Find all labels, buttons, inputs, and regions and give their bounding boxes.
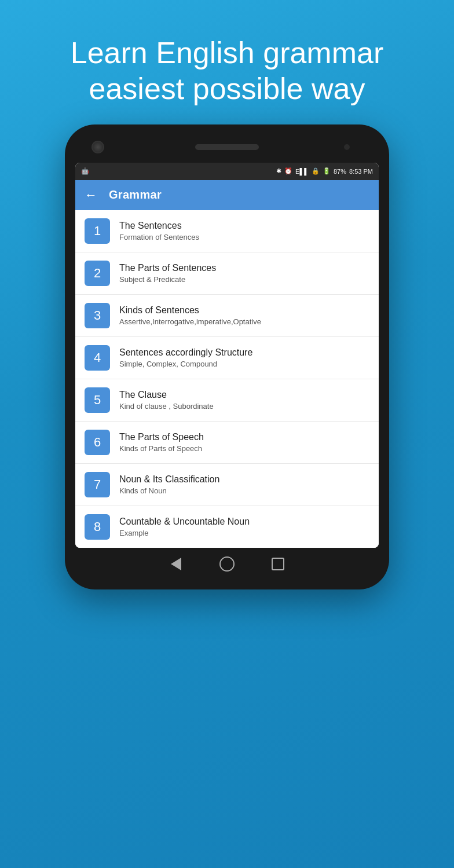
list-item[interactable]: 3 Kinds of Sentences Assertive,Interroga…: [75, 295, 379, 337]
item-title-4: Sentences accordingly Structure: [119, 347, 252, 358]
front-camera: [91, 141, 104, 153]
item-title-1: The Sentences: [119, 221, 199, 231]
app-toolbar: ← Grammar: [75, 180, 379, 210]
item-text-4: Sentences accordingly Structure Simple, …: [119, 347, 252, 368]
phone-screen: 🤖 ✱ ⏰ E▌▌ 🔒 🔋 87% 8:53 PM ← Grammar 1 Th…: [75, 163, 379, 548]
number-badge-4: 4: [85, 345, 110, 371]
android-status-icon: 🤖: [81, 167, 89, 175]
number-badge-1: 1: [85, 218, 110, 244]
list-item[interactable]: 8 Countable & Uncountable Noun Example: [75, 506, 379, 548]
list-item[interactable]: 2 The Parts of Sentences Subject & Predi…: [75, 252, 379, 295]
item-title-5: The Clause: [119, 390, 214, 400]
item-subtitle-5: Kind of clause , Subordinate: [119, 402, 214, 411]
grammar-list: 1 The Sentences Formation of Sentences 2…: [75, 210, 379, 548]
item-text-5: The Clause Kind of clause , Subordinate: [119, 390, 214, 411]
status-bar: 🤖 ✱ ⏰ E▌▌ 🔒 🔋 87% 8:53 PM: [75, 163, 379, 180]
item-text-7: Noun & Its Classification Kinds of Noun: [119, 474, 219, 495]
item-title-3: Kinds of Sentences: [119, 305, 261, 316]
alarm-icon: ⏰: [284, 167, 292, 175]
recents-square-icon: [272, 558, 284, 570]
item-text-1: The Sentences Formation of Sentences: [119, 221, 199, 241]
item-title-7: Noun & Its Classification: [119, 474, 219, 485]
item-subtitle-6: Kinds of Parts of Speech: [119, 444, 204, 453]
battery-percent: 87%: [334, 168, 346, 175]
hero-section: Learn English grammar easiest possible w…: [47, 0, 407, 124]
item-subtitle-1: Formation of Sentences: [119, 233, 199, 241]
item-subtitle-4: Simple, Complex, Compound: [119, 360, 252, 368]
status-left: 🤖: [81, 167, 89, 175]
back-button[interactable]: ←: [85, 188, 97, 203]
item-subtitle-7: Kinds of Noun: [119, 486, 219, 495]
hero-line1: Learn English grammar: [71, 36, 383, 69]
item-title-6: The Parts of Speech: [119, 432, 204, 442]
number-badge-5: 5: [85, 387, 110, 413]
earpiece-speaker: [195, 144, 259, 150]
number-badge-7: 7: [85, 472, 110, 497]
time-display: 8:53 PM: [349, 168, 373, 175]
number-badge-2: 2: [85, 261, 110, 286]
item-subtitle-2: Subject & Predicate: [119, 275, 216, 284]
app-title: Grammar: [109, 188, 162, 202]
item-text-8: Countable & Uncountable Noun Example: [119, 517, 250, 537]
back-triangle-icon: [171, 558, 181, 570]
list-item[interactable]: 5 The Clause Kind of clause , Subordinat…: [75, 379, 379, 422]
item-text-2: The Parts of Sentences Subject & Predica…: [119, 263, 216, 284]
nav-back-button[interactable]: [168, 556, 184, 572]
hero-line2: easiest possible way: [89, 72, 365, 105]
list-item[interactable]: 6 The Parts of Speech Kinds of Parts of …: [75, 422, 379, 464]
status-right: ✱ ⏰ E▌▌ 🔒 🔋 87% 8:53 PM: [276, 167, 373, 175]
lock-icon: 🔒: [312, 167, 320, 175]
list-item[interactable]: 1 The Sentences Formation of Sentences: [75, 210, 379, 252]
phone-device: 🤖 ✱ ⏰ E▌▌ 🔒 🔋 87% 8:53 PM ← Grammar 1 Th…: [65, 124, 389, 589]
signal-icon: E▌▌: [295, 168, 309, 175]
item-title-8: Countable & Uncountable Noun: [119, 517, 250, 527]
nav-recents-button[interactable]: [270, 556, 286, 572]
item-text-3: Kinds of Sentences Assertive,Interrogati…: [119, 305, 261, 326]
number-badge-8: 8: [85, 514, 110, 540]
bluetooth-icon: ✱: [276, 167, 281, 175]
phone-top-bar: [75, 137, 379, 157]
number-badge-6: 6: [85, 430, 110, 455]
number-badge-3: 3: [85, 303, 110, 328]
battery-icon: 🔋: [323, 167, 331, 175]
item-text-6: The Parts of Speech Kinds of Parts of Sp…: [119, 432, 204, 453]
item-title-2: The Parts of Sentences: [119, 263, 216, 273]
phone-nav-bar: [75, 556, 379, 572]
nav-home-button[interactable]: [219, 556, 235, 572]
item-subtitle-3: Assertive,Interrogative,imperative,Optat…: [119, 317, 261, 326]
front-sensor: [344, 144, 350, 150]
home-circle-icon: [219, 556, 235, 572]
item-subtitle-8: Example: [119, 529, 250, 537]
list-item[interactable]: 4 Sentences accordingly Structure Simple…: [75, 337, 379, 379]
list-item[interactable]: 7 Noun & Its Classification Kinds of Nou…: [75, 464, 379, 506]
